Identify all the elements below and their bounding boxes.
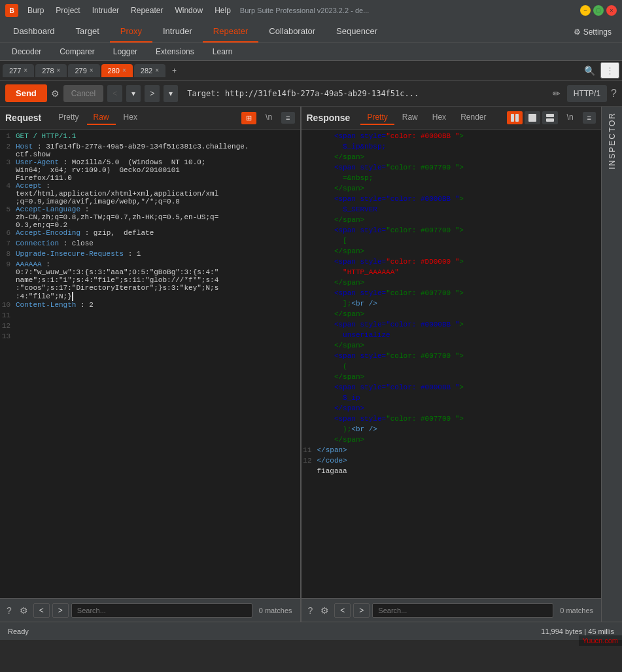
menu-repeater[interactable]: Repeater (126, 3, 168, 18)
line-number (302, 394, 317, 404)
req-tab-280[interactable]: 280 × (101, 64, 133, 77)
response-search-next[interactable]: > (353, 603, 370, 618)
request-tab-pretty[interactable]: Pretty (52, 111, 85, 125)
response-search-settings[interactable]: ⚙ (318, 604, 332, 617)
tab-close-277[interactable]: × (24, 67, 27, 74)
send-button[interactable]: Send (5, 84, 47, 102)
request-search-next[interactable]: > (52, 603, 69, 618)
line-number (302, 205, 317, 216)
table-row: </span> (302, 310, 602, 321)
response-tab-raw[interactable]: Raw (396, 111, 424, 125)
subnav-decoder[interactable]: Decoder (3, 43, 50, 60)
menu-burp[interactable]: Burp (22, 3, 49, 18)
maximize-button[interactable]: □ (593, 5, 604, 16)
response-icon-wrap[interactable]: ≡ (583, 112, 596, 124)
nav-tab-repeater[interactable]: Repeater (203, 21, 258, 43)
nav-tab-target[interactable]: Target (65, 21, 110, 43)
nav-next-button[interactable]: > (145, 85, 160, 102)
line-number (302, 342, 317, 352)
tab-close-280[interactable]: × (122, 67, 126, 74)
menu-intruder[interactable]: Intruder (87, 3, 124, 18)
line-content: </span> (317, 446, 602, 457)
gear-settings-button[interactable]: ⚙ (51, 88, 60, 99)
request-newline-toggle[interactable]: \n (259, 111, 279, 125)
request-search-help[interactable]: ? (4, 604, 14, 617)
line-content: GET / HTTP/1.1 (16, 132, 300, 143)
req-tab-277[interactable]: 277 × (3, 64, 34, 77)
content-area: Request Pretty Raw Hex ⊞ \n ≡ 1GET / HTT… (0, 107, 622, 622)
line-number: 11 (0, 311, 16, 322)
nav-tab-proxy[interactable]: Proxy (110, 21, 152, 43)
help-button[interactable]: ? (611, 88, 617, 99)
req-tab-279[interactable]: 279 × (68, 64, 99, 77)
request-tabs: 277 × 278 × 279 × 280 × 282 × + 🔍 ⋮ (0, 61, 622, 80)
line-content: );<br /> (317, 425, 602, 436)
request-tab-hex[interactable]: Hex (117, 111, 144, 125)
response-tab-hex[interactable]: Hex (426, 111, 453, 125)
table-row: 1GET / HTTP/1.1 (0, 132, 300, 143)
request-view-tabs: Pretty Raw Hex (52, 111, 144, 125)
request-icon-split[interactable]: ⊞ (241, 112, 256, 124)
nav-dropdown-prev[interactable]: ▾ (126, 85, 141, 102)
subnav-logger[interactable]: Logger (104, 43, 147, 60)
close-button[interactable]: × (606, 5, 617, 16)
line-content: </code> (317, 457, 602, 467)
line-content: $_SERVER (317, 205, 602, 216)
response-tab-pretty[interactable]: Pretty (360, 111, 394, 125)
toolbar: Send ⚙ Cancel < ▾ > ▾ Target: http://31f… (0, 80, 622, 107)
tab-search-button[interactable]: 🔍 (580, 63, 599, 78)
response-view-single[interactable] (525, 111, 540, 124)
req-tab-282[interactable]: 282 × (134, 64, 165, 77)
response-search-prev[interactable]: < (334, 603, 351, 618)
http-version-selector[interactable]: HTTP/1 (567, 85, 607, 102)
add-tab-button[interactable]: + (167, 63, 182, 78)
response-tab-render[interactable]: Render (454, 111, 492, 125)
nav-tab-intruder[interactable]: Intruder (152, 21, 203, 43)
line-content: <span style="color: #007700 "> (317, 226, 602, 237)
line-content: unserialize (317, 331, 602, 342)
req-tab-278[interactable]: 278 × (35, 64, 67, 77)
response-panel-title: Response (307, 113, 351, 123)
menu-help[interactable]: Help (209, 3, 236, 18)
line-content (16, 311, 300, 322)
menu-window[interactable]: Window (169, 3, 208, 18)
menu-project[interactable]: Project (50, 3, 85, 18)
settings-button[interactable]: ⚙ Settings (566, 21, 619, 43)
edit-target-button[interactable]: ✏ (550, 86, 563, 101)
request-icon-wrap[interactable]: ≡ (281, 112, 294, 124)
request-search-settings[interactable]: ⚙ (17, 604, 31, 617)
response-code-area[interactable]: <span style="color: #0000BB "> $_ip&nbsp… (302, 130, 602, 598)
cancel-button[interactable]: Cancel (63, 85, 103, 102)
subnav-extensions[interactable]: Extensions (147, 43, 203, 60)
nav-tab-dashboard[interactable]: Dashboard (3, 21, 65, 43)
table-row: $_ip&nbsp; (302, 143, 602, 153)
window-title: Burp Suite Professional v2023.2.2 - de..… (240, 7, 370, 14)
tab-close-278[interactable]: × (57, 67, 61, 74)
line-content: </span> (317, 342, 602, 352)
tab-close-282[interactable]: × (155, 67, 159, 74)
response-newline-toggle[interactable]: \n (561, 111, 580, 125)
tab-close-279[interactable]: × (90, 67, 94, 74)
subnav-learn[interactable]: Learn (203, 43, 242, 60)
tab-more-button[interactable]: ⋮ (600, 62, 619, 79)
nav-dropdown-next[interactable]: ▾ (164, 85, 178, 102)
response-view-tabs: Pretty Raw Hex Render (360, 111, 492, 125)
minimize-button[interactable]: − (580, 5, 591, 16)
request-code-area[interactable]: 1GET / HTTP/1.12Host : 31fe14fb-277a-49a… (0, 130, 300, 598)
nav-tab-sequencer[interactable]: Sequencer (326, 21, 388, 43)
response-search-help[interactable]: ? (305, 604, 316, 617)
response-view-split[interactable] (507, 111, 523, 124)
table-row: <span style="color: #0000BB "> (302, 383, 602, 394)
table-row: 11 (0, 311, 300, 322)
response-view-vertical[interactable] (542, 111, 558, 124)
request-search-prev[interactable]: < (33, 603, 50, 618)
request-tab-raw[interactable]: Raw (87, 111, 116, 125)
nav-tab-collaborator[interactable]: Collaborator (258, 21, 326, 43)
nav-prev-button[interactable]: < (107, 85, 122, 102)
line-number: 2 (0, 143, 16, 158)
response-search-input[interactable] (372, 603, 553, 618)
table-row: <span style="color: #0000BB "> (302, 132, 602, 143)
request-search-input[interactable] (71, 603, 252, 618)
subnav-comparer[interactable]: Comparer (50, 43, 103, 60)
table-row: </span> (302, 216, 602, 226)
